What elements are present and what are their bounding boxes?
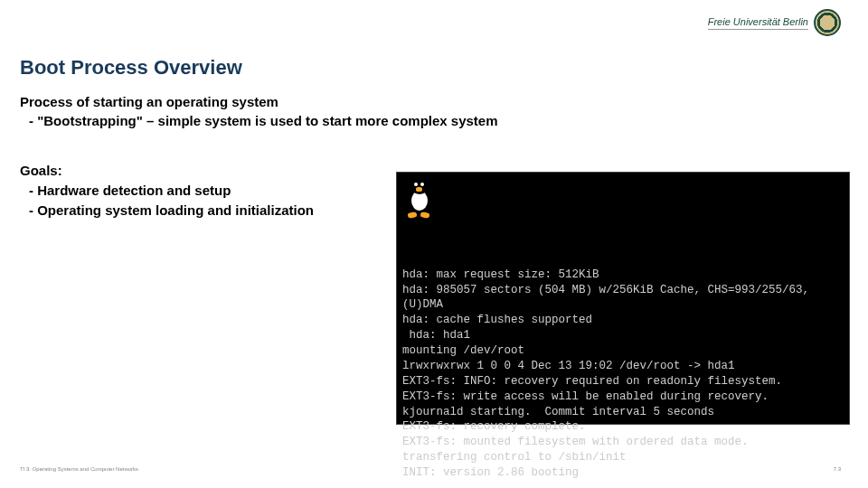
university-seal-icon [814, 9, 841, 36]
goals-item-1: - Hardware detection and setup [20, 181, 314, 201]
terminal-output: hda: max request size: 512KiB hda: 98505… [402, 267, 844, 481]
university-name: Freie Universität Berlin [708, 16, 808, 30]
goals-heading: Goals: [20, 161, 314, 181]
tux-penguin-icon [402, 178, 437, 216]
goals-item-2: - Operating system loading and initializ… [20, 201, 314, 221]
intro-line-1: Process of starting an operating system [20, 92, 498, 111]
header: Freie Universität Berlin [708, 9, 841, 36]
slide-title: Boot Process Overview [20, 56, 242, 80]
goals-block: Goals: - Hardware detection and setup - … [20, 161, 314, 220]
footer-page-number: 7.3 [834, 466, 841, 472]
intro-line-2: - "Bootstrapping" – simple system is use… [20, 111, 498, 130]
terminal-screenshot: hda: max request size: 512KiB hda: 98505… [396, 172, 850, 425]
intro-block: Process of starting an operating system … [20, 92, 498, 130]
footer-course: TI 3: Operating Systems and Computer Net… [20, 466, 138, 472]
